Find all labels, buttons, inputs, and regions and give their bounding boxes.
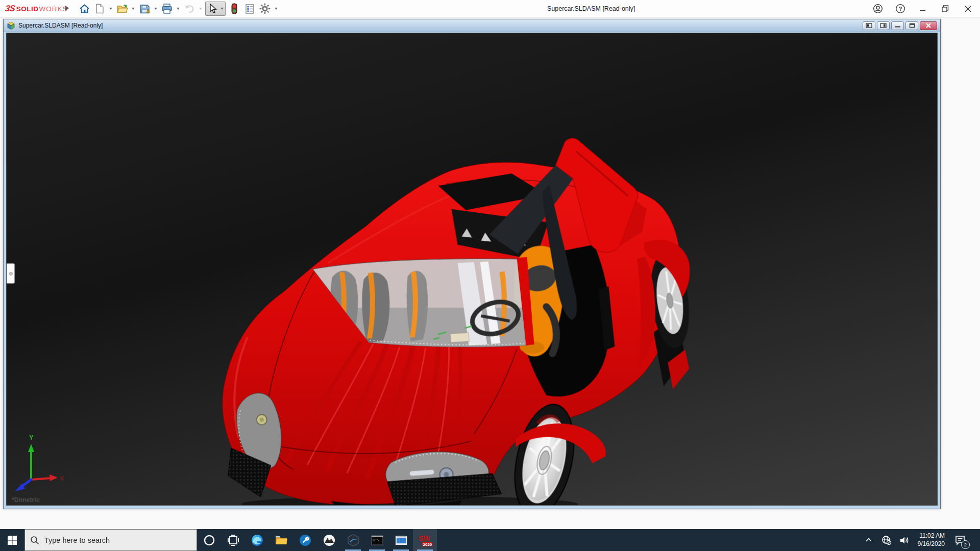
file-properties-button[interactable]	[243, 2, 256, 15]
options-button[interactable]	[258, 2, 272, 15]
document-window-controls	[863, 21, 937, 30]
window-title: Supercar.SLDASM [Read-only]	[547, 0, 635, 17]
rebuild-button[interactable]	[228, 2, 241, 15]
new-document-icon	[94, 4, 105, 14]
taskbar-file-explorer[interactable]	[269, 529, 293, 551]
document-title: Supercar.SLDASM [Read-only]	[18, 22, 103, 29]
document-window: Supercar.SLDASM [Read-only]	[3, 19, 941, 509]
triad-y-label: Y	[29, 434, 34, 441]
options-gear-icon	[259, 3, 271, 14]
svg-text:?: ?	[899, 6, 902, 12]
3d-model-canvas[interactable]	[7, 33, 937, 505]
undo-button[interactable]	[183, 2, 196, 15]
cortana-icon	[203, 534, 215, 546]
globe-no-internet-icon	[881, 535, 892, 545]
open-folder-icon	[116, 3, 128, 14]
sw-icon-label: SW	[419, 534, 430, 542]
doc-minimize-icon	[895, 23, 901, 28]
hexagon-3d-icon	[347, 534, 360, 547]
splitter-handle[interactable]	[9, 272, 13, 276]
tray-volume-button[interactable]	[899, 535, 910, 546]
save-icon	[139, 4, 150, 14]
undo-icon	[184, 3, 195, 14]
terminal-icon: C:\	[371, 534, 384, 547]
print-button[interactable]	[160, 2, 174, 15]
tray-date: 9/16/2020	[918, 540, 945, 548]
taskbar-photos[interactable]	[317, 529, 341, 551]
print-dropdown[interactable]	[176, 2, 181, 15]
doc-close-button[interactable]	[920, 21, 937, 30]
undo-dropdown[interactable]	[198, 2, 203, 15]
quick-access-toolbar	[78, 0, 279, 17]
select-tool-button[interactable]	[206, 2, 219, 15]
sw-icon-year: 2020	[423, 542, 432, 546]
taskbar-support-tool[interactable]	[293, 529, 317, 551]
minimize-icon	[919, 5, 926, 12]
taskbar: C:\ SW2020 11:02 AM 9/16/2020 2	[0, 529, 980, 551]
app-titlebar: 3S SOLID WORKS	[0, 0, 980, 17]
help-button[interactable]: ?	[895, 4, 905, 14]
speaker-icon	[899, 535, 910, 545]
taskbar-remote-window[interactable]	[389, 529, 413, 551]
account-button[interactable]	[873, 4, 883, 14]
pane-left-button[interactable]	[863, 21, 875, 30]
taskbar-solidworks[interactable]: SW2020	[413, 529, 437, 551]
task-view-icon	[227, 534, 239, 546]
new-document-button[interactable]	[93, 2, 106, 15]
terminal-label: C:\	[373, 538, 379, 542]
close-icon	[964, 5, 972, 13]
doc-minimize-button[interactable]	[891, 21, 904, 30]
tray-clock[interactable]: 11:02 AM 9/16/2020	[917, 532, 946, 548]
task-view-button[interactable]	[221, 529, 245, 551]
search-input[interactable]	[44, 536, 177, 544]
tray-chevron-button[interactable]	[863, 535, 874, 546]
save-button[interactable]	[138, 2, 151, 15]
solidworks-logo: 3S SOLID WORKS	[5, 0, 68, 17]
restore-icon	[941, 5, 949, 13]
save-dropdown[interactable]	[153, 2, 158, 15]
assembly-document-icon	[7, 21, 15, 30]
notification-badge: 2	[961, 540, 970, 549]
taskbar-command-prompt[interactable]: C:\	[365, 529, 389, 551]
select-arrow-icon	[208, 4, 218, 14]
restore-button[interactable]	[940, 4, 950, 14]
document-titlebar[interactable]: Supercar.SLDASM [Read-only]	[4, 19, 940, 32]
action-center-button[interactable]: 2	[952, 533, 968, 548]
open-button[interactable]	[115, 2, 129, 15]
system-tray: 11:02 AM 9/16/2020 2	[863, 529, 980, 551]
cortana-button[interactable]	[197, 529, 221, 551]
remote-window-icon	[395, 534, 408, 547]
start-button[interactable]	[0, 529, 24, 551]
select-tool-dropdown[interactable]	[219, 2, 225, 15]
pane-right-button[interactable]	[877, 21, 890, 30]
home-button[interactable]	[78, 2, 91, 15]
pane-left-icon	[866, 23, 872, 28]
taskbar-search[interactable]	[24, 529, 197, 551]
featuremanager-collapsed-tab[interactable]	[6, 263, 15, 284]
solidworks-2020-icon: SW2020	[418, 533, 433, 547]
photos-icon	[323, 534, 336, 547]
tray-time: 11:02 AM	[918, 532, 945, 540]
search-icon	[30, 536, 39, 545]
close-button[interactable]	[963, 4, 973, 14]
print-icon	[161, 3, 173, 14]
chevron-up-icon	[865, 536, 873, 544]
taskbar-3d-viewer[interactable]	[341, 529, 365, 551]
menu-expand-arrow[interactable]	[65, 6, 69, 11]
minimize-button[interactable]	[918, 4, 928, 14]
orientation-triad: Y X	[11, 431, 67, 492]
options-dropdown[interactable]	[274, 2, 279, 15]
mdi-background: Supercar.SLDASM [Read-only]	[0, 18, 980, 529]
open-dropdown[interactable]	[131, 2, 136, 15]
pane-right-icon	[880, 23, 887, 28]
help-icon: ?	[895, 4, 905, 14]
3d-viewport[interactable]: Y X *Dimetric	[6, 33, 938, 506]
taskbar-edge[interactable]	[245, 529, 269, 551]
doc-restore-button[interactable]	[905, 21, 918, 30]
tray-network-button[interactable]	[881, 535, 892, 546]
triad-x-label: X	[60, 474, 64, 482]
logo-3s-mark: 3S	[5, 4, 16, 14]
new-document-dropdown[interactable]	[108, 2, 113, 15]
file-properties-icon	[244, 4, 255, 14]
account-icon	[873, 4, 883, 14]
